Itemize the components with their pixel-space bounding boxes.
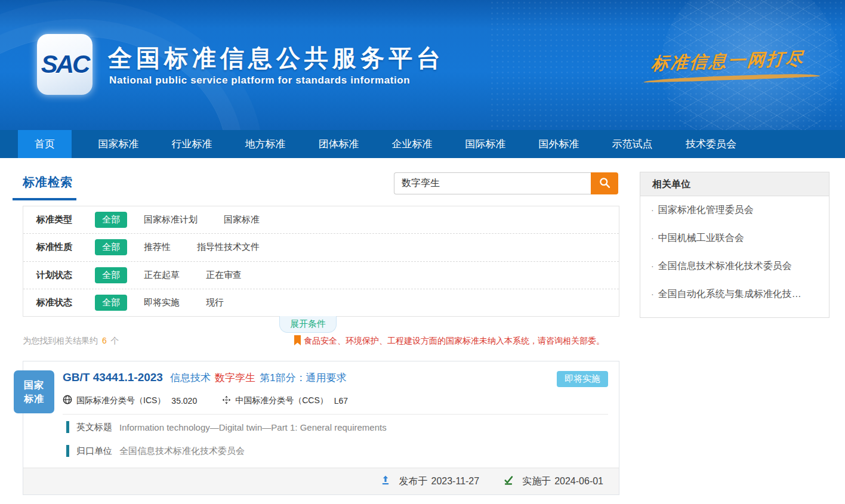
implement-label: 实施于 — [522, 475, 551, 488]
filter-selected-all[interactable]: 全部 — [95, 267, 127, 283]
nav-item-technical-committee[interactable]: 技术委员会 — [669, 130, 753, 158]
filter-row-plan-status: 计划状态 全部 正在起草 正在审查 — [23, 262, 619, 289]
results-line: 为您找到相关结果约 6 个 食品安全、环境保护、工程建设方面的国家标准未纳入本系… — [23, 335, 605, 347]
bookmark-icon — [294, 335, 304, 347]
filter-option[interactable]: 指导性技术文件 — [197, 242, 260, 253]
english-title-row: 英文标题 Information technology—Digital twin… — [66, 421, 387, 433]
bullet-dot: · — [651, 261, 654, 271]
sac-logo: SAC — [37, 34, 92, 95]
sidebar-item-label: 全国自动化系统与集成标准化技… — [658, 289, 801, 299]
main-nav: 首页 国家标准 行业标准 地方标准 团体标准 企业标准 国际标准 国外标准 示范… — [0, 130, 845, 158]
field-marker-bar — [66, 421, 69, 433]
sidebar-item-label: 全国信息技术标准化技术委员会 — [658, 261, 792, 271]
results-count-number: 6 — [102, 336, 107, 345]
bullet-dot: · — [651, 233, 654, 243]
implement-date-group: 实施于 2024-06-01 — [503, 475, 607, 488]
bullet-dot: · — [651, 289, 654, 299]
english-title-label: 英文标题 — [76, 422, 112, 433]
title-part1[interactable]: 信息技术 — [170, 371, 211, 385]
search-icon — [599, 177, 611, 191]
related-units-panel: 相关单位 ·国家标准化管理委员会 ·中国机械工业联合会 ·全国信息技术标准化技术… — [640, 172, 829, 318]
card-footer: 发布于 2023-11-27 实施于 2024-06-01 — [23, 468, 619, 494]
filter-option[interactable]: 正在审查 — [206, 270, 242, 281]
site-header: SAC 全国标准信息公共服务平台 National public service… — [0, 0, 845, 130]
sidebar-item-it-standardization-committee[interactable]: ·全国信息技术标准化技术委员会 — [650, 252, 819, 280]
sidebar-item-label: 国家标准化管理委员会 — [658, 205, 754, 215]
committee-label: 归口单位 — [76, 446, 112, 457]
sidebar-item-machinery-federation[interactable]: ·中国机械工业联合会 — [650, 224, 819, 252]
committee-value: 全国信息技术标准化技术委员会 — [119, 446, 245, 457]
filter-selected-all[interactable]: 全部 — [95, 212, 127, 228]
filter-option[interactable]: 正在起草 — [144, 270, 180, 281]
notice-text: 食品安全、环境保护、工程建设方面的国家标准未纳入本系统，请咨询相关部委。 — [304, 336, 605, 347]
filter-label: 标准性质 — [36, 242, 95, 253]
filter-option[interactable]: 国家标准 — [224, 214, 260, 225]
expand-conditions-button[interactable]: 展开条件 — [279, 316, 337, 333]
filter-option[interactable]: 国家标准计划 — [144, 214, 198, 225]
filter-option[interactable]: 现行 — [206, 297, 224, 308]
card-divider — [63, 414, 608, 415]
committee-row: 归口单位 全国信息技术标准化技术委员会 — [66, 445, 245, 457]
page: SAC 全国标准信息公共服务平台 National public service… — [0, 0, 845, 504]
publish-upload-icon — [380, 475, 395, 488]
filter-label: 标准类型 — [36, 214, 95, 225]
nav-item-enterprise-standards[interactable]: 企业标准 — [375, 130, 449, 158]
search-input[interactable] — [394, 172, 591, 194]
filter-panel: 标准类型 全部 国家标准计划 国家标准 标准性质 全部 推荐性 指导性技术文件 … — [23, 206, 619, 317]
standard-number[interactable]: GB/T 43441.1-2023 — [63, 371, 163, 384]
result-card: 国家 标准 GB/T 43441.1-2023 信息技术 数字孪生 第1部分：通… — [23, 361, 619, 495]
filter-selected-all[interactable]: 全部 — [95, 295, 127, 311]
nav-item-industry-standards[interactable]: 行业标准 — [155, 130, 229, 158]
system-notice: 食品安全、环境保护、工程建设方面的国家标准未纳入本系统，请咨询相关部委。 — [294, 335, 605, 347]
nav-item-pilot[interactable]: 示范试点 — [596, 130, 669, 158]
site-title: 全国标准信息公共服务平台 — [108, 42, 445, 75]
nav-item-group-standards[interactable]: 团体标准 — [302, 130, 375, 158]
publish-date-group: 发布于 2023-11-27 — [380, 475, 483, 488]
field-marker-bar — [66, 445, 69, 457]
results-count-suffix: 个 — [111, 336, 119, 345]
filter-row-standard-type: 标准类型 全部 国家标准计划 国家标准 — [23, 206, 619, 234]
ics-label: 国际标准分类号（ICS） — [76, 395, 165, 406]
globe-icon — [63, 395, 76, 406]
nav-item-local-standards[interactable]: 地方标准 — [229, 130, 302, 158]
results-count: 为您找到相关结果约 6 个 — [23, 336, 119, 347]
classification-meta-row: 国际标准分类号（ICS） 35.020 中国标准分类号（CCS） L67 — [63, 395, 348, 406]
ccs-value: L67 — [334, 396, 348, 406]
nav-item-foreign-standards[interactable]: 国外标准 — [522, 130, 596, 158]
main-content: 标准检索 标准类型 全部 国家标准计划 国家标准 标准性质 全部 推荐性 — [0, 158, 845, 504]
title-search-highlight[interactable]: 数字孪生 — [215, 371, 255, 385]
filter-option[interactable]: 推荐性 — [144, 242, 171, 253]
nav-item-international-standards[interactable]: 国际标准 — [449, 130, 522, 158]
related-units-title: 相关单位 — [640, 172, 829, 196]
ccs-label: 中国标准分类号（CCS） — [235, 395, 328, 406]
national-standard-tag: 国家 标准 — [14, 370, 54, 413]
sidebar-item-label: 中国机械工业联合会 — [658, 233, 744, 243]
title-part2[interactable]: 第1部分：通用要求 — [260, 371, 346, 385]
filter-selected-all[interactable]: 全部 — [95, 239, 127, 255]
publish-label: 发布于 — [399, 475, 428, 488]
results-count-prefix: 为您找到相关结果约 — [23, 336, 98, 345]
compass-arrows-icon — [222, 395, 235, 406]
bullet-dot: · — [651, 205, 654, 215]
implement-date: 2024-06-01 — [554, 476, 603, 487]
filter-row-standard-status: 标准状态 全部 即将实施 现行 — [23, 289, 619, 316]
implement-check-icon — [503, 475, 518, 488]
sidebar-item-sac[interactable]: ·国家标准化管理委员会 — [650, 196, 819, 224]
nav-item-home[interactable]: 首页 — [18, 130, 72, 158]
sidebar-item-automation-systems-committee[interactable]: ·全国自动化系统与集成标准化技… — [650, 280, 819, 308]
nav-item-national-standards[interactable]: 国家标准 — [82, 130, 155, 158]
tag-line1: 国家 — [24, 378, 44, 392]
filter-option[interactable]: 即将实施 — [144, 297, 180, 308]
standard-title-link[interactable]: GB/T 43441.1-2023 信息技术 数字孪生 第1部分：通用要求 — [63, 371, 547, 385]
section-title-standard-search: 标准检索 — [13, 174, 76, 200]
filter-row-standard-nature: 标准性质 全部 推荐性 指导性技术文件 — [23, 234, 619, 261]
english-title-value: Information technology—Digital twin—Part… — [119, 422, 387, 432]
ccs-group: 中国标准分类号（CCS） L67 — [222, 395, 348, 406]
search-button[interactable] — [591, 172, 618, 194]
publish-date: 2023-11-27 — [431, 476, 480, 487]
sac-logo-text: SAC — [41, 50, 89, 79]
filter-label: 标准状态 — [36, 297, 95, 308]
ics-value: 35.020 — [171, 396, 197, 406]
tag-line2: 标准 — [24, 392, 44, 406]
filter-label: 计划状态 — [36, 270, 95, 281]
